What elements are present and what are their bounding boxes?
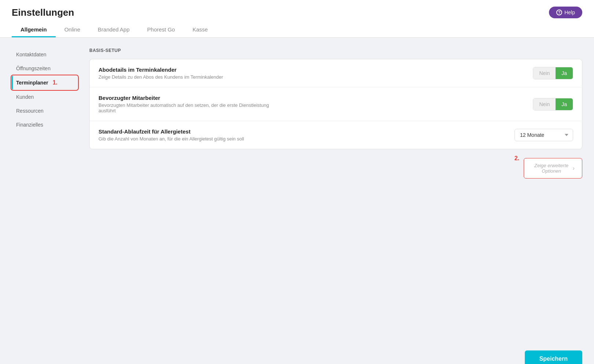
row-abodetails-title: Abodetails im Terminkalender bbox=[99, 67, 223, 73]
toggle-abodetails-ja[interactable]: Ja bbox=[556, 67, 573, 79]
row-bevorzugter-mitarbeiter: Bevorzugter Mitarbeiter Bevorzugten Mita… bbox=[90, 87, 582, 121]
row-ablaufzeit-desc: Gib die Anzahl von Monaten an, für die e… bbox=[99, 136, 244, 142]
row-abodetails-desc: Zeige Details zu den Abos des Kundens im… bbox=[99, 74, 223, 80]
chevron-right-icon: › bbox=[573, 165, 575, 171]
save-button[interactable]: Speichern bbox=[525, 350, 582, 364]
sidebar-item-terminplaner[interactable]: Terminplaner 1. bbox=[12, 76, 78, 90]
row-ablaufzeit-info: Standard-Ablaufzeit für Allergietest Gib… bbox=[99, 128, 244, 142]
show-more-label: Zeige erweiterte Optionen bbox=[531, 163, 571, 174]
show-more-step: 2. Zeige erweiterte Optionen › bbox=[515, 155, 582, 179]
toggle-bevorzugter-nein[interactable]: Nein bbox=[533, 98, 556, 110]
step1-badge: 1. bbox=[53, 79, 57, 86]
settings-card: Abodetails im Terminkalender Zeige Detai… bbox=[89, 59, 582, 149]
row-bevorzugter-desc: Bevorzugten Mitarbeiter automatisch auf … bbox=[99, 102, 282, 113]
content-area: BASIS-SETUP Abodetails im Terminkalender… bbox=[89, 48, 582, 333]
tab-phorest-go[interactable]: Phorest Go bbox=[138, 23, 184, 37]
show-more-button[interactable]: Zeige erweiterte Optionen › bbox=[524, 158, 582, 179]
sidebar-item-kunden[interactable]: Kunden bbox=[12, 90, 78, 104]
show-more-wrapper: 2. Zeige erweiterte Optionen › bbox=[89, 155, 582, 179]
row-ablaufzeit: Standard-Ablaufzeit für Allergietest Gib… bbox=[90, 121, 582, 149]
page-title: Einstellungen bbox=[12, 7, 74, 18]
help-button[interactable]: ? Help bbox=[549, 7, 582, 18]
sidebar-item-finanzielles[interactable]: Finanzielles bbox=[12, 118, 78, 131]
tab-branded-app[interactable]: Branded App bbox=[89, 23, 138, 37]
sidebar-item-oeffnungszeiten[interactable]: Öffnungszeiten bbox=[12, 62, 78, 75]
row-bevorzugter-info: Bevorzugter Mitarbeiter Bevorzugten Mita… bbox=[99, 95, 282, 113]
toggle-bevorzugter: Nein Ja bbox=[533, 98, 573, 110]
tab-online[interactable]: Online bbox=[56, 23, 89, 37]
tab-kasse[interactable]: Kasse bbox=[184, 23, 217, 37]
row-bevorzugter-title: Bevorzugter Mitarbeiter bbox=[99, 95, 282, 101]
step2-number: 2. bbox=[515, 155, 519, 162]
sidebar-item-kontaktdaten[interactable]: Kontaktdaten bbox=[12, 48, 78, 61]
save-button-wrapper: Speichern bbox=[0, 343, 594, 364]
toggle-abodetails: Nein Ja bbox=[533, 67, 573, 79]
row-ablaufzeit-title: Standard-Ablaufzeit für Allergietest bbox=[99, 128, 244, 135]
row-abodetails: Abodetails im Terminkalender Zeige Detai… bbox=[90, 59, 582, 87]
toggle-abodetails-nein[interactable]: Nein bbox=[533, 67, 556, 79]
sidebar: Kontaktdaten Öffnungszeiten Terminplaner… bbox=[12, 48, 78, 333]
section-label: BASIS-SETUP bbox=[89, 48, 582, 53]
row-abodetails-info: Abodetails im Terminkalender Zeige Detai… bbox=[99, 67, 223, 80]
toggle-bevorzugter-ja[interactable]: Ja bbox=[556, 98, 573, 110]
tab-allgemein[interactable]: Allgemein bbox=[12, 23, 56, 37]
sidebar-item-ressourcen[interactable]: Ressourcen bbox=[12, 104, 78, 117]
dropdown-ablaufzeit[interactable]: 12 Monate 6 Monate 3 Monate 1 Monat bbox=[515, 129, 573, 141]
question-icon: ? bbox=[556, 10, 562, 15]
help-label: Help bbox=[564, 10, 575, 15]
main-nav: Allgemein Online Branded App Phorest Go … bbox=[12, 23, 582, 37]
